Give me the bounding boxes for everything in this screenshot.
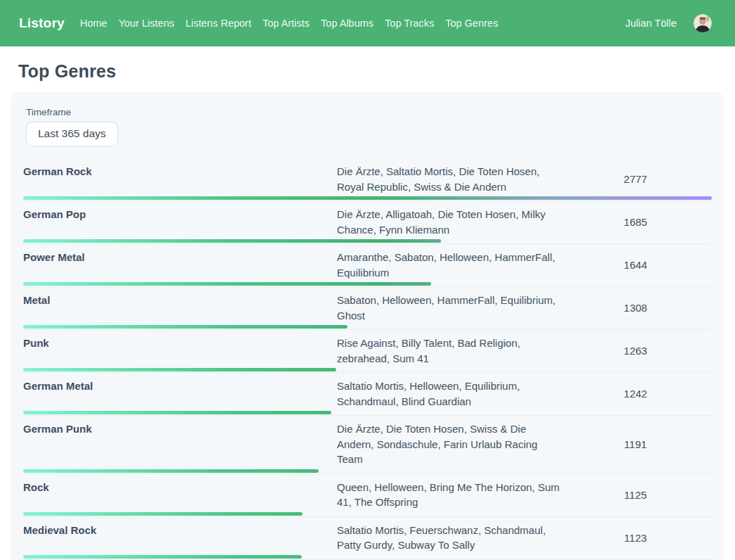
genre-artists: Queen, Helloween, Bring Me The Horizon, … <box>337 480 587 510</box>
genre-name: German Rock <box>23 164 337 194</box>
timeframe-select[interactable]: Last 365 days <box>26 122 118 146</box>
nav-item-home[interactable]: Home <box>80 18 108 29</box>
genre-count: 2777 <box>587 173 712 185</box>
genre-row[interactable]: German Metal Saltatio Mortis, Helloween,… <box>23 373 712 416</box>
nav-item-top-tracks[interactable]: Top Tracks <box>385 18 434 29</box>
genre-artists: Sabaton, Helloween, HammerFall, Equilibr… <box>337 293 587 323</box>
genre-artists: Die Ärzte, Die Toten Hosen, Swiss & Die … <box>337 421 587 467</box>
brand-logo[interactable]: Listory <box>19 15 65 31</box>
genre-artists: Die Ärzte, Alligatoah, Die Toten Hosen, … <box>337 207 587 237</box>
main-content: Top Genres Timeframe Last 365 days Germa… <box>0 61 735 560</box>
genre-bar <box>23 469 319 473</box>
user-name[interactable]: Julian Tölle <box>625 18 677 29</box>
genre-artists: Saltatio Mortis, Feuerschwanz, Schandmau… <box>337 523 587 553</box>
genre-row[interactable]: German Punk Die Ärzte, Die Toten Hosen, … <box>23 416 712 474</box>
genre-name: German Punk <box>23 421 337 467</box>
genre-count: 1263 <box>587 345 712 357</box>
genre-row[interactable]: Power Metal Amaranthe, Sabaton, Hellowee… <box>23 244 712 287</box>
genre-count: 1123 <box>587 532 712 544</box>
genre-count: 1685 <box>587 216 712 228</box>
genre-bar <box>23 368 336 371</box>
genre-bar <box>23 555 302 559</box>
genre-row[interactable]: German Rock Die Ärzte, Saltatio Mortis, … <box>23 158 712 201</box>
navbar: Listory HomeYour ListensListens ReportTo… <box>0 0 735 46</box>
genre-bar <box>23 411 331 414</box>
genre-bar <box>23 325 347 329</box>
genre-artists: Saltatio Mortis, Helloween, Equilibrium,… <box>337 378 587 409</box>
genre-name: Metal <box>23 293 337 323</box>
user-avatar[interactable] <box>694 14 712 32</box>
nav-item-top-artists[interactable]: Top Artists <box>262 18 309 29</box>
genre-artists: Amaranthe, Sabaton, Helloween, HammerFal… <box>337 250 587 280</box>
genre-name: Power Metal <box>23 250 337 280</box>
genre-name: Punk <box>23 336 337 366</box>
nav-item-top-genres[interactable]: Top Genres <box>445 18 498 29</box>
avatar-photo <box>694 14 712 32</box>
genre-name: Rock <box>23 480 337 510</box>
page-title: Top Genres <box>18 61 724 82</box>
genre-name: German Metal <box>23 378 337 409</box>
nav-item-listens-report[interactable]: Listens Report <box>186 18 252 29</box>
genres-table: German Rock Die Ärzte, Saltatio Mortis, … <box>23 158 712 560</box>
genre-bar <box>23 282 431 286</box>
genre-name: Medieval Rock <box>23 523 337 553</box>
genre-row[interactable]: Rock Queen, Helloween, Bring Me The Hori… <box>23 474 712 517</box>
genre-row[interactable]: Punk Rise Against, Billy Talent, Bad Rel… <box>23 330 712 373</box>
genre-row[interactable]: German Pop Die Ärzte, Alligatoah, Die To… <box>23 201 712 244</box>
nav-links: HomeYour ListensListens ReportTop Artist… <box>80 18 509 29</box>
timeframe-label: Timeframe <box>26 107 712 117</box>
genre-artists: Die Ärzte, Saltatio Mortis, Die Toten Ho… <box>337 164 587 194</box>
genre-bar <box>23 512 302 516</box>
genre-count: 1191 <box>587 438 712 450</box>
genre-row[interactable]: Medieval Rock Saltatio Mortis, Feuerschw… <box>23 517 712 560</box>
genre-row[interactable]: Metal Sabaton, Helloween, HammerFall, Eq… <box>23 287 712 330</box>
genre-count: 1644 <box>587 259 712 271</box>
top-genres-card: Timeframe Last 365 days German Rock Die … <box>11 92 724 560</box>
genre-count: 1125 <box>587 489 712 501</box>
genre-bar <box>23 196 712 200</box>
nav-item-your-listens[interactable]: Your Listens <box>118 18 174 29</box>
genre-count: 1242 <box>587 388 712 400</box>
genre-artists: Rise Against, Billy Talent, Bad Religion… <box>337 336 587 366</box>
genre-bar <box>23 239 441 243</box>
genre-count: 1308 <box>587 302 712 314</box>
genre-name: German Pop <box>23 207 337 237</box>
nav-item-top-albums[interactable]: Top Albums <box>321 18 373 29</box>
